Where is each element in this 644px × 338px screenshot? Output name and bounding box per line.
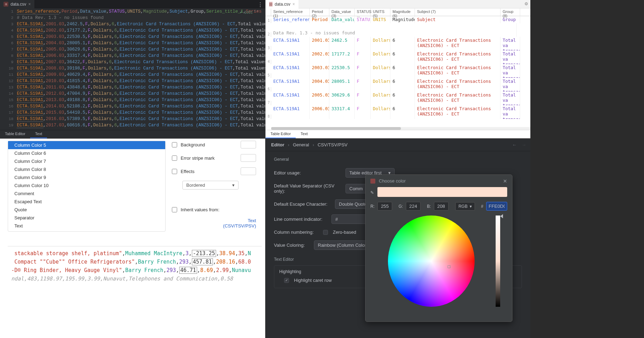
column-header[interactable]: Period (2) bbox=[310, 8, 329, 16]
eyedropper-icon[interactable]: ✎ bbox=[370, 190, 374, 195]
breadcrumb-item[interactable]: General bbox=[293, 142, 309, 147]
chevron-up-icon[interactable]: ˆ bbox=[254, 10, 256, 14]
file-tab-label: data.csv bbox=[11, 2, 26, 7]
background-check-row: Background bbox=[172, 141, 256, 148]
close-icon[interactable]: × bbox=[28, 2, 31, 7]
color-list-item[interactable]: Separator bbox=[8, 214, 165, 222]
g-label: G: bbox=[398, 204, 403, 209]
color-list-item[interactable]: Column Color 5 bbox=[8, 141, 165, 149]
r-input[interactable] bbox=[377, 202, 392, 211]
color-list-item[interactable]: Column Color 6 bbox=[8, 149, 165, 157]
highlight-caret-label: Highlight caret row bbox=[294, 278, 332, 283]
error-stripe-swatch[interactable] bbox=[241, 154, 256, 162]
column-header[interactable]: Series_reference (1) bbox=[271, 8, 310, 16]
close-icon[interactable]: ✕ bbox=[503, 178, 507, 184]
table-row[interactable]: 8 ECTA.S19A1 2006.03 33317.4 F Dollars 6… bbox=[266, 105, 530, 119]
color-list-item[interactable]: Quote bbox=[8, 206, 165, 214]
table-row[interactable]: 6 ECTA.S19A1 2004.03 28005.1 F Dollars 6… bbox=[266, 78, 530, 92]
error-stripe-label: Error stripe mark bbox=[181, 155, 215, 161]
tab-text[interactable]: Text bbox=[296, 130, 313, 138]
general-section-title: General bbox=[274, 157, 522, 163]
color-mode-select[interactable]: RGB▾ bbox=[455, 202, 475, 211]
bottom-tabs: Table Editor Text bbox=[266, 130, 530, 138]
table-row[interactable]: 2 Data Rev. 1.3 - no issues found bbox=[266, 23, 530, 37]
column-header[interactable]: STATUS ... bbox=[355, 8, 371, 16]
column-header[interactable]: UNITS (5) bbox=[371, 8, 390, 16]
wheel-marker[interactable] bbox=[448, 265, 450, 268]
inherit-link[interactable]: Text (CSV/TSV/PSV) bbox=[172, 218, 256, 228]
error-stripe-check-row: Error stripe mark bbox=[172, 154, 256, 162]
editor-usage-label: Editor usage: bbox=[274, 170, 341, 175]
inherit-section: Inherit values from: Text (CSV/TSV/PSV) bbox=[172, 207, 256, 228]
tab-table-editor[interactable]: Table Editor bbox=[266, 130, 296, 138]
zero-based-label: Zero-based bbox=[333, 230, 356, 235]
breadcrumb-item[interactable]: Editor bbox=[271, 142, 284, 147]
table-row[interactable]: 1 Series_reference Period Data_value STA… bbox=[266, 16, 530, 23]
file-tab[interactable]: ⊞ data.csv × bbox=[0, 0, 34, 8]
luminance-slider[interactable] bbox=[496, 216, 500, 307]
color-wheel[interactable] bbox=[388, 216, 475, 307]
settings-body: General Editor usage: Table editor first… bbox=[266, 151, 530, 294]
gear-icon[interactable]: ⚙ bbox=[524, 1, 528, 6]
column-header[interactable]: Group (8) bbox=[501, 8, 520, 16]
effects-checkbox[interactable] bbox=[172, 169, 177, 174]
separator-label: Default Value Separator (CSV only): bbox=[274, 183, 341, 194]
color-list-item[interactable]: Comment bbox=[8, 190, 165, 198]
chevron-down-icon[interactable]: ˇ bbox=[257, 10, 258, 14]
error-stripe-checkbox[interactable] bbox=[172, 155, 177, 161]
effects-swatch[interactable] bbox=[241, 167, 256, 175]
scrollbar-thumb[interactable] bbox=[271, 127, 401, 130]
dark-editor-pane: ⊞ data.csv × ⋮ 1234567891011121314151617… bbox=[0, 0, 265, 138]
color-list-item[interactable]: Column Color 7 bbox=[8, 157, 165, 165]
dark-settings-pane: Editor › General › CSV/TSV/PSV ← → Gener… bbox=[265, 138, 530, 338]
code-area[interactable]: Series_reference,Period,Data_value,STATU… bbox=[17, 8, 265, 130]
b-label: B: bbox=[427, 204, 431, 209]
table-row[interactable]: 3 ECTA.S19A1 2001.03 2462.5 F Dollars 6 … bbox=[266, 37, 530, 51]
color-list-item[interactable]: Escaped Text bbox=[8, 198, 165, 206]
status-indicator[interactable]: ✔ 1001 ˆ ˇ bbox=[240, 10, 258, 14]
close-icon[interactable]: × bbox=[293, 2, 295, 7]
inherit-checkbox[interactable] bbox=[172, 207, 177, 212]
tab-text[interactable]: Text bbox=[30, 130, 47, 138]
table-row[interactable]: 4 ECTA.S19A1 2002.03 17177.2 F Dollars 6… bbox=[266, 51, 530, 64]
column-numbering-label: Column numbering: bbox=[274, 230, 318, 235]
column-header[interactable]: Data_value (3) bbox=[329, 8, 355, 16]
effects-label: Effects bbox=[181, 169, 195, 174]
luminance-marker[interactable] bbox=[500, 214, 503, 218]
highlight-caret-checkbox[interactable]: ✓ bbox=[284, 278, 289, 283]
comment-indicator-input[interactable] bbox=[331, 214, 367, 224]
effects-type-select[interactable]: Bordered ▾ bbox=[182, 181, 239, 190]
value-coloring-select[interactable]: Rainbow (Column Color) bbox=[314, 240, 371, 250]
background-swatch[interactable] bbox=[241, 141, 256, 148]
zero-based-checkbox[interactable] bbox=[323, 230, 328, 235]
table-body[interactable]: 1 Series_reference Period Data_value STA… bbox=[266, 16, 530, 127]
color-scheme-list[interactable]: Column Color 5Column Color 6Column Color… bbox=[8, 141, 166, 232]
back-icon[interactable]: ← bbox=[512, 142, 517, 147]
column-header[interactable]: Subject (7) bbox=[415, 8, 501, 16]
color-list-item[interactable]: Column Color 8 bbox=[8, 165, 165, 173]
b-input[interactable] bbox=[434, 202, 449, 211]
file-tab[interactable]: ⊞ data.csv × bbox=[266, 0, 298, 8]
table-row[interactable]: 7 ECTA.S19A1 2005.03 30629.6 F Dollars 6… bbox=[266, 92, 530, 105]
effects-check-row: Effects bbox=[172, 167, 256, 175]
color-wheel-area bbox=[370, 216, 500, 307]
color-list-item[interactable]: Column Color 10 bbox=[8, 181, 165, 190]
g-input[interactable] bbox=[406, 202, 421, 211]
separator-select[interactable]: Comm bbox=[346, 184, 367, 193]
horizontal-scrollbar[interactable] bbox=[271, 127, 530, 130]
bottom-tabs: Table Editor Text bbox=[0, 130, 265, 138]
forward-icon[interactable]: → bbox=[522, 142, 526, 147]
line-number-gutter: 12345678910111213141516171819 bbox=[0, 8, 17, 130]
table-header-row: Series_reference (1)Period (2)Data_value… bbox=[266, 8, 530, 16]
background-checkbox[interactable] bbox=[172, 142, 177, 147]
breadcrumb-item[interactable]: CSV/TSV/PSV bbox=[318, 142, 348, 147]
tab-bar: ⊞ data.csv × ⋮ bbox=[0, 0, 265, 8]
column-header[interactable]: Magnitude (6) bbox=[390, 8, 415, 16]
color-list-item[interactable]: Text bbox=[8, 222, 165, 230]
effects-type-value: Bordered bbox=[186, 183, 205, 188]
color-list-item[interactable]: Column Color 9 bbox=[8, 173, 165, 181]
hex-input[interactable] bbox=[486, 202, 507, 211]
table-row[interactable]: 5 ECTA.S19A1 2003.03 22530.5 F Dollars 6… bbox=[266, 64, 530, 78]
more-icon[interactable]: ⋮ bbox=[257, 1, 263, 8]
tab-table-editor[interactable]: Table Editor bbox=[0, 130, 30, 138]
